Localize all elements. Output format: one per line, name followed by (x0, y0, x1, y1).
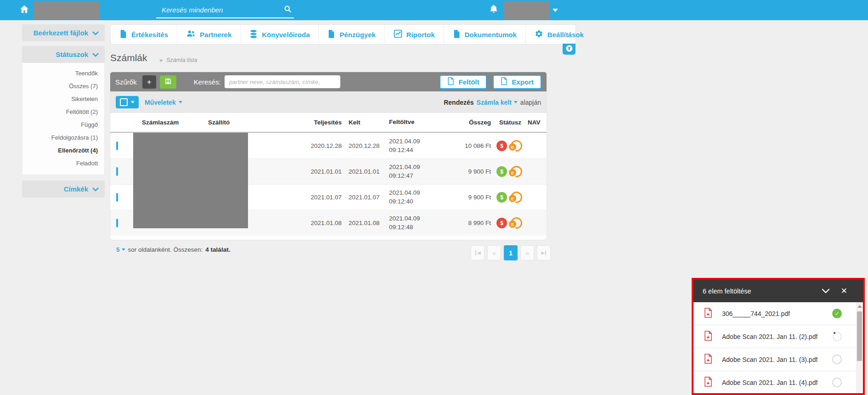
bulk-actions-menu[interactable]: Műveletek (145, 99, 182, 106)
cell-kelt: 2021.01.08 (342, 220, 383, 226)
sidebar-section-statuses[interactable]: Státuszok (22, 46, 105, 63)
upload-file-row[interactable]: Adobe Scan 2021. Jan 11. (4).pdf (693, 371, 863, 394)
pagination-summary: 5 sor oldalanként. Összesen: 4 találat. (116, 246, 230, 253)
nav-item-dokumentumok[interactable]: Dokumentumok (444, 25, 526, 44)
caret-down-icon (514, 101, 518, 103)
skip-first-icon: ◀ (477, 250, 480, 256)
sidebar-status-item[interactable]: Összes (7) (23, 80, 104, 93)
scrollbar-thumb[interactable] (857, 311, 862, 361)
redacted-table-data (133, 133, 248, 228)
page-number-button[interactable]: 1 (504, 245, 518, 260)
sidebar-status-item[interactable]: Teendők (23, 67, 104, 80)
upload-scrollbar[interactable] (856, 302, 863, 394)
feltoltve-date: 2021.04.09 (389, 189, 450, 197)
cell-teljesites: 2021.01.07 (291, 194, 342, 201)
nav-item-riportok[interactable]: Riportok (385, 25, 444, 44)
sidebar-section-tags[interactable]: Címkék (22, 181, 105, 198)
close-icon[interactable]: ✕ (841, 287, 847, 295)
select-all-split-button[interactable] (116, 96, 139, 108)
feltoltve-time: 09:12:48 (389, 223, 450, 231)
prev-page-button[interactable]: « (487, 245, 501, 260)
nav-item-konyveloiroda[interactable]: Könyvelőiroda (241, 25, 319, 44)
cell-kelt: 2020.12.28 (342, 142, 383, 149)
nav-label: Riportok (406, 31, 435, 39)
section-label: Beérkezett fájlok (34, 29, 88, 37)
column-header-statusz[interactable]: Státusz (491, 119, 528, 126)
row-checkbox[interactable] (116, 219, 118, 227)
search-icon[interactable] (283, 5, 294, 15)
payment-status-icon[interactable]: $ (496, 218, 507, 228)
column-header-osszeg[interactable]: Összeg (450, 119, 491, 126)
export-button[interactable]: Export (493, 75, 541, 89)
nav-item-ertekesites[interactable]: Értékesítés (111, 25, 177, 44)
nav-item-penzugyek[interactable]: Pénzügyek (319, 25, 384, 44)
column-header-nav[interactable]: NAV (528, 119, 547, 126)
breadcrumb-separator: » (159, 57, 163, 63)
pdf-file-icon (704, 377, 712, 389)
sidebar-status-item[interactable]: Feladott (23, 157, 104, 170)
feltoltve-time: 09:12:47 (389, 172, 450, 180)
database-icon (249, 29, 258, 40)
search-label: Keresés: (194, 78, 221, 86)
row-checkbox[interactable] (116, 193, 118, 202)
column-header-szamlaszam[interactable]: Számlaszám (130, 119, 186, 126)
e-invoice-status-icon[interactable]: E (509, 165, 521, 178)
sort-control: Rendezés Számla kelt alapján (444, 99, 541, 106)
upload-file-row[interactable]: Adobe Scan 2021. Jan 11. (2).pdf (693, 325, 863, 348)
sidebar-status-item[interactable]: Feldolgozásra (1) (23, 131, 104, 144)
sidebar-status-item[interactable]: Ellenőrzött (4) (23, 144, 104, 157)
nav-item-beallitasok[interactable]: Beállítások (526, 25, 592, 44)
save-filter-button[interactable] (160, 75, 176, 89)
pdf-file-icon (704, 308, 712, 320)
sidebar-status-item[interactable]: Feltöltött (2) (23, 106, 104, 118)
cell-statusz: $ E (491, 165, 528, 178)
e-glyph: E (509, 169, 516, 176)
chevron-down-icon (92, 29, 99, 37)
column-header-teljesites[interactable]: Teljesítés (291, 119, 342, 126)
upload-status-icon (832, 355, 842, 364)
collapse-chevron-icon[interactable] (822, 288, 830, 295)
caret-down-icon (131, 101, 135, 103)
upload-status-icon (832, 378, 842, 387)
select-all-checkbox[interactable] (120, 98, 128, 106)
column-header-kelt[interactable]: Kelt (342, 119, 383, 126)
upload-progress-panel: 6 elem feltöltése ✕ 306_____744_2021.pdf… (692, 278, 865, 395)
scroll-top-button[interactable] (563, 44, 575, 55)
redacted-user-name (504, 1, 550, 19)
column-header-feltoltve[interactable]: Feltöltve (383, 118, 450, 126)
global-search-input[interactable] (156, 6, 283, 14)
home-button[interactable] (18, 4, 30, 16)
upload-file-row[interactable]: Adobe Scan 2021. Jan 11. (3).pdf (693, 348, 863, 371)
payment-status-icon[interactable]: $ (496, 166, 507, 177)
row-checkbox[interactable] (116, 167, 118, 176)
upload-panel-header: 6 elem feltöltése ✕ (693, 280, 863, 302)
upload-file-row[interactable]: 306_____744_2021.pdf (693, 302, 863, 325)
add-filter-button[interactable]: + (142, 75, 156, 89)
column-header-szallito[interactable]: Szállító (186, 119, 291, 126)
file-icon (119, 29, 127, 40)
next-page-button[interactable]: » (520, 245, 534, 260)
last-page-button[interactable]: ▶ (537, 245, 551, 260)
prev-icon: « (492, 249, 496, 257)
scroll-up-arrow-icon[interactable] (857, 305, 862, 308)
filter-search-input[interactable] (225, 75, 340, 88)
e-invoice-status-icon[interactable]: E (509, 140, 521, 152)
e-glyph: E (509, 220, 516, 228)
first-page-button[interactable]: ◀ (471, 245, 485, 260)
payment-status-icon[interactable]: $ (496, 141, 507, 151)
payment-status-icon[interactable]: $ (496, 192, 507, 203)
upload-button[interactable]: Feltölt (440, 75, 487, 89)
feltoltve-time: 09:12:40 (389, 198, 450, 206)
row-checkbox[interactable] (116, 141, 118, 150)
page-size-dropdown[interactable]: 5 (116, 246, 125, 253)
sort-suffix: alapján (520, 99, 541, 106)
sidebar-status-item[interactable]: Függő (23, 118, 104, 131)
nav-item-partnerek[interactable]: Partnerek (177, 25, 241, 44)
e-invoice-status-icon[interactable]: E (509, 217, 521, 229)
notifications-bell-icon[interactable] (489, 4, 500, 16)
sidebar-status-item[interactable]: Sikertelen (23, 93, 104, 106)
user-menu-caret-icon[interactable] (552, 9, 558, 12)
e-invoice-status-icon[interactable]: E (509, 191, 521, 203)
sort-field-dropdown[interactable]: Számla kelt (477, 99, 518, 106)
sidebar-section-incoming-files[interactable]: Beérkezett fájlok (22, 24, 105, 41)
